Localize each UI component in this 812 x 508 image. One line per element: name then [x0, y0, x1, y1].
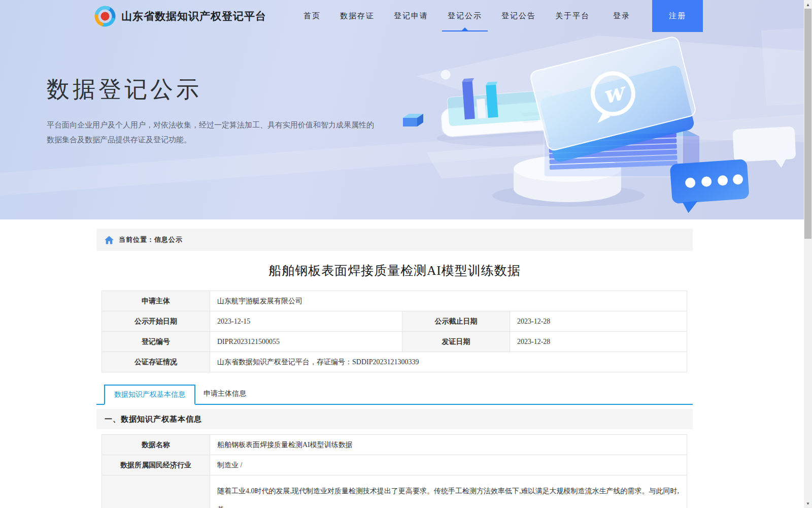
- brand-title: 山东省数据知识产权登记平台: [121, 9, 266, 23]
- data-name-label: 数据名称: [102, 435, 210, 455]
- industry-label: 数据所属国民经济行业: [102, 455, 210, 475]
- table-row: 公证存证情况 山东省数据知识产权登记平台，存证编号：SDDIP202312130…: [102, 352, 687, 372]
- table-row: 随着工业4.0时代的发展,现代制造业对质量检测技术提出了更高要求。传统手工检测方…: [102, 475, 687, 508]
- tab-ip-basic-info[interactable]: 数据知识产权基本信息: [104, 385, 195, 405]
- page-title: 船舶钢板表面焊接质量检测AI模型训练数据: [96, 262, 693, 277]
- breadcrumb: 当前位置：信息公示: [96, 229, 693, 251]
- active-nav-indicator: [442, 30, 488, 31]
- nav-item-evidence[interactable]: 数据存证: [340, 0, 375, 32]
- nav-item-announcement[interactable]: 登记公告: [501, 0, 536, 32]
- end-date-value: 2023-12-28: [510, 311, 687, 332]
- hero-title: 数据登记公示: [47, 74, 202, 105]
- blue-bubble-shape: [670, 159, 750, 214]
- scrollbar-up-icon[interactable]: ▲: [804, 1, 812, 9]
- info-table: 数据名称 船舶钢板表面焊接质量检测AI模型训练数据 数据所属国民经济行业 制造业…: [101, 434, 687, 508]
- tab-bar: 数据知识产权基本信息 申请主体信息: [96, 384, 693, 405]
- end-date-label: 公示截止日期: [402, 311, 510, 332]
- summary-table: 申请主体 山东航宇游艇发展有限公司 公示开始日期 2023-12-15 公示截止…: [101, 291, 687, 372]
- hero-illustration: w: [0, 0, 804, 219]
- nav-item-apply[interactable]: 登记申请: [394, 0, 428, 32]
- scrollbar-down-icon[interactable]: ▼: [804, 499, 812, 507]
- top-navigation: 山东省数据知识产权登记平台 首页 数据存证 登记申请 登记公示 登记公告 关于平…: [0, 0, 804, 32]
- hero-banner: w: [0, 0, 804, 219]
- bg-band-2: [761, 28, 804, 106]
- table-row: 申请主体 山东航宇游艇发展有限公司: [102, 291, 687, 311]
- nav-item-about[interactable]: 关于平台: [555, 0, 590, 32]
- issue-date-value: 2023-12-28: [510, 332, 687, 352]
- login-link[interactable]: 登录: [613, 0, 630, 32]
- page-scrollbar[interactable]: ▲ ▼: [804, 0, 812, 508]
- description-label: [102, 475, 210, 508]
- brand[interactable]: 山东省数据知识产权登记平台: [94, 0, 266, 32]
- scrollbar-thumb[interactable]: [804, 9, 811, 239]
- sphere-shape: [441, 70, 451, 80]
- hero-description: 平台面向企业用户及个人用户，对依法收集，经过一定算法加工、具有实用价值和智力成果…: [47, 117, 407, 147]
- section-heading: 一、数据知识产权基本信息: [96, 409, 693, 429]
- table-row: 数据名称 船舶钢板表面焊接质量检测AI模型训练数据: [102, 435, 687, 455]
- tab-applicant-info[interactable]: 申请主体信息: [195, 384, 254, 404]
- breadcrumb-current: 信息公示: [154, 236, 183, 243]
- data-name-value: 船舶钢板表面焊接质量检测AI模型训练数据: [210, 435, 687, 455]
- home-icon[interactable]: [105, 236, 114, 244]
- register-button[interactable]: 注册: [652, 0, 703, 32]
- reg-no-label: 登记编号: [102, 332, 210, 352]
- table-row: 登记编号 DIPR2023121500055 发证日期 2023-12-28: [102, 332, 687, 352]
- main-content: 当前位置：信息公示 船舶钢板表面焊接质量检测AI模型训练数据 申请主体 山东航宇…: [0, 219, 804, 508]
- reg-no-value: DIPR2023121500055: [210, 332, 402, 352]
- page: w: [0, 0, 812, 508]
- notary-value: 山东省数据知识产权登记平台，存证编号：SDDIP2023121300339: [210, 352, 687, 372]
- brand-logo-icon: [90, 2, 119, 30]
- nav-item-publicity[interactable]: 登记公示: [448, 0, 482, 32]
- table-row: 数据所属国民经济行业 制造业 /: [102, 455, 687, 475]
- table-row: 公示开始日期 2023-12-15 公示截止日期 2023-12-28: [102, 311, 687, 332]
- industry-value: 制造业 /: [210, 455, 687, 475]
- breadcrumb-text: 当前位置：信息公示: [119, 235, 183, 244]
- applicant-label: 申请主体: [102, 291, 210, 311]
- start-date-value: 2023-12-15: [210, 311, 402, 332]
- breadcrumb-prefix: 当前位置：: [119, 236, 154, 243]
- start-date-label: 公示开始日期: [102, 311, 210, 332]
- nav-menu: 首页 数据存证 登记申请 登记公示 登记公告 关于平台: [303, 0, 590, 32]
- notary-label: 公证存证情况: [102, 352, 210, 372]
- nav-item-home[interactable]: 首页: [303, 0, 321, 32]
- description-value: 随着工业4.0时代的发展,现代制造业对质量检测技术提出了更高要求。传统手工检测方…: [210, 475, 687, 508]
- applicant-value: 山东航宇游艇发展有限公司: [210, 291, 687, 311]
- issue-date-label: 发证日期: [402, 332, 510, 352]
